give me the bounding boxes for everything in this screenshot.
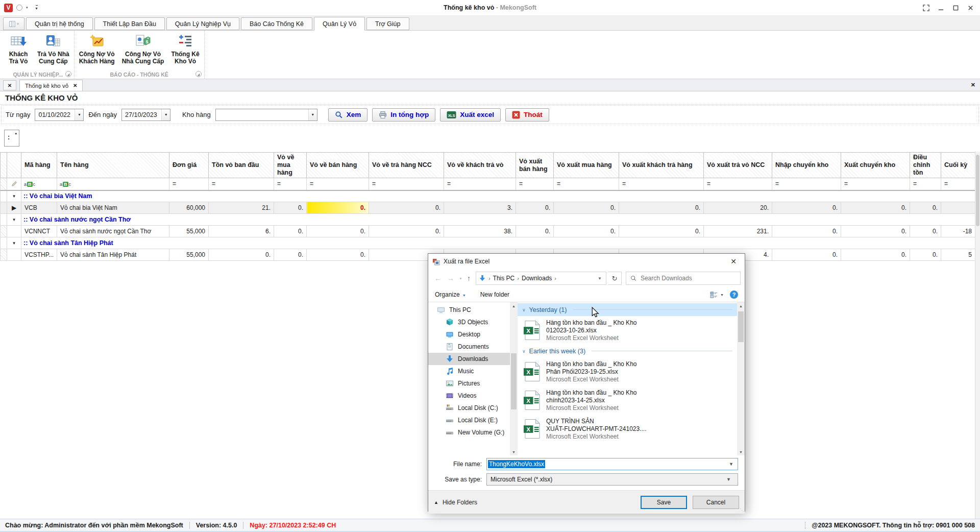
file-name-input[interactable]: ThongKeKhoVo.xlsx ▼ bbox=[486, 458, 738, 470]
cell[interactable]: VCB bbox=[21, 202, 57, 214]
cell[interactable]: 0. bbox=[274, 249, 307, 261]
cell[interactable]: 0. bbox=[841, 249, 910, 261]
group-dialog-launcher-icon[interactable]: ◢ bbox=[195, 71, 202, 77]
file-group-header[interactable]: ∨Earlier this week (3) bbox=[518, 345, 737, 357]
view-options-button[interactable]: ▼ bbox=[710, 291, 724, 299]
filter-cell-xu-t-chuy-n-kho[interactable]: = bbox=[841, 178, 910, 190]
minimize-icon[interactable] bbox=[938, 5, 944, 11]
filter-cell-v-xu-t-b-n-h-ng[interactable]: = bbox=[516, 178, 554, 190]
warehouse-select[interactable]: ▼ bbox=[215, 109, 317, 121]
filter-cell-n-gi[interactable]: = bbox=[169, 178, 209, 190]
close-icon[interactable]: ✕ bbox=[722, 254, 745, 269]
filter-cell-v-v-b-n-h-ng[interactable]: = bbox=[307, 178, 369, 190]
filter-cell-t-n-v-ban-u[interactable]: = bbox=[209, 178, 274, 190]
scroll-down-icon[interactable]: ▼ bbox=[737, 448, 745, 455]
group-collapse-icon[interactable]: ▾ bbox=[7, 190, 21, 202]
tree-item-3d-objects[interactable]: 3D Objects bbox=[428, 316, 510, 328]
tree-item-local-disk-c[interactable]: Local Disk (C:) bbox=[428, 402, 510, 414]
list-scrollbar[interactable]: ▲ ▼ bbox=[737, 302, 745, 455]
breadcrumb-item-this-pc[interactable]: This PC bbox=[493, 275, 515, 282]
cell[interactable]: -18 bbox=[941, 226, 975, 237]
ribbon-tab-qu-n-l-nghi-p-v[interactable]: Quản Lý Nghiệp Vụ bbox=[166, 17, 239, 30]
data-row[interactable]: VCNNCTVỏ chai sành nước ngọt Cần Thơ55,0… bbox=[1, 226, 975, 237]
cell[interactable]: Vỏ chai sành Tân Hiệp Phát bbox=[57, 249, 169, 261]
column-header-cu-i-k[interactable]: Cuối kỳ bbox=[941, 153, 975, 178]
resize-grip[interactable]: ⋱ bbox=[740, 508, 744, 513]
cell[interactable]: 38. bbox=[444, 226, 516, 237]
column-header-t-n-h-ng[interactable]: Tên hàng bbox=[57, 153, 169, 178]
ribbon-tab-qu-n-l-v[interactable]: Quản Lý Vỏ bbox=[314, 17, 365, 31]
cell[interactable]: 0. bbox=[307, 249, 369, 261]
ribbon-tab-thi-t-l-p-ban-u[interactable]: Thiết Lập Ban Đầu bbox=[94, 17, 165, 30]
exit-button[interactable]: Thoát bbox=[505, 108, 549, 122]
chevron-down-icon[interactable]: ▼ bbox=[726, 477, 734, 482]
ribbon-tab-tr-gi-p[interactable]: Trợ Giúp bbox=[366, 17, 409, 30]
ribbon-tab-b-o-c-o-th-ng-k[interactable]: Báo Cáo Thống Kê bbox=[241, 17, 312, 30]
file-item[interactable]: XQUY TRÌNH SẢNXUẤT-FLOWCHART-PMT-241023.… bbox=[518, 415, 737, 443]
cell[interactable]: 0. bbox=[307, 202, 369, 214]
column-header-i-u-ch-nh-t-n[interactable]: Điều chỉnh tồn bbox=[910, 153, 941, 178]
app-menu-button[interactable]: ▿ bbox=[3, 17, 24, 30]
scrollbar-thumb[interactable] bbox=[976, 155, 979, 226]
group-collapse-icon[interactable]: ▾ bbox=[7, 237, 21, 249]
cell[interactable]: 55,000 bbox=[169, 249, 209, 261]
column-header-t-n-v-ban-u[interactable]: Tồn vỏ ban đầu bbox=[209, 153, 274, 178]
filter-cell-cu-i-k[interactable]: = bbox=[941, 178, 975, 190]
ribbon-button-supplier-person[interactable]: Trả Vỏ NhàCung Cấp bbox=[34, 31, 73, 70]
chevron-down-icon[interactable]: ▼ bbox=[598, 276, 603, 281]
filter-cell-v-xu-t-tr-v-ncc[interactable]: = bbox=[704, 178, 772, 190]
to-date-input[interactable]: 27/10/2023 ▼ bbox=[121, 109, 170, 121]
cell[interactable]: 0. bbox=[772, 226, 841, 237]
group-dialog-launcher-icon[interactable]: ◢ bbox=[65, 71, 71, 77]
data-row[interactable]: ▶VCBVỏ chai bia Việt Nam60,00021.0.0.0.3… bbox=[1, 202, 975, 214]
cell[interactable]: 0. bbox=[619, 226, 704, 237]
grid-vertical-scrollbar[interactable] bbox=[975, 152, 980, 519]
close-tab-icon[interactable]: ✕ bbox=[73, 83, 77, 88]
cell[interactable] bbox=[941, 202, 975, 214]
filter-cell-v-xu-t-mua-h-ng[interactable]: = bbox=[554, 178, 619, 190]
cell[interactable]: 0. bbox=[619, 202, 704, 214]
theme-circle-icon[interactable] bbox=[16, 5, 22, 11]
scroll-up-icon[interactable]: ▲ bbox=[510, 302, 518, 309]
tree-item-downloads[interactable]: Downloads bbox=[428, 353, 510, 365]
cell[interactable]: 55,000 bbox=[169, 226, 209, 237]
search-box[interactable] bbox=[626, 272, 741, 285]
ribbon-button-stats-list[interactable]: Thống KêKho Vỏ bbox=[167, 31, 203, 70]
from-date-input[interactable]: 01/10/2022 ▼ bbox=[35, 109, 84, 121]
column-header-v-xu-t-mua-h-ng[interactable]: Vỏ xuất mua hàng bbox=[554, 153, 619, 178]
scroll-down-icon[interactable]: ▼ bbox=[510, 448, 518, 455]
scrollbar-thumb[interactable] bbox=[738, 311, 744, 342]
save-type-select[interactable]: Microsoft Excel (*.xlsx) ▼ bbox=[486, 473, 738, 486]
cell[interactable]: 0. bbox=[274, 202, 307, 214]
cell[interactable]: 0. bbox=[209, 249, 274, 261]
collapse-groups-button[interactable] bbox=[4, 130, 19, 147]
export-excel-button[interactable]: XLS Xuất excel bbox=[440, 108, 501, 122]
chevron-down-icon[interactable]: ▾ bbox=[26, 6, 28, 10]
filter-cell-v-v-kh-ch-tr-v[interactable]: = bbox=[444, 178, 516, 190]
file-item[interactable]: XHàng tồn kho ban đầu _ Kho Khochính2023… bbox=[518, 386, 737, 415]
cell[interactable]: 0. bbox=[910, 226, 941, 237]
close-strip-icon[interactable]: ✕ bbox=[971, 82, 975, 88]
tree-item-local-disk-e[interactable]: Local Disk (E:) bbox=[428, 414, 510, 426]
cell[interactable]: 21. bbox=[209, 202, 274, 214]
tree-item-videos[interactable]: Videos bbox=[428, 390, 510, 402]
filter-cell-v-v-tr-h-ng-ncc[interactable]: = bbox=[369, 178, 444, 190]
filter-cell-m-h-ng[interactable]: aBc bbox=[21, 178, 57, 190]
cell[interactable]: 3. bbox=[444, 202, 516, 214]
customize-quick-access-icon[interactable]: ▾ bbox=[36, 5, 38, 11]
address-bar[interactable]: ›This PC›Downloads› ▼ bbox=[476, 272, 606, 285]
history-chevron-icon[interactable]: ▼ bbox=[458, 277, 463, 280]
cell[interactable]: 6. bbox=[209, 226, 274, 237]
cell[interactable]: Vỏ chai bia Việt Nam bbox=[57, 202, 169, 214]
cancel-button[interactable]: Cancel bbox=[693, 496, 739, 509]
group-row[interactable]: ▾:: Vỏ chai sành nước ngọt Cần Thơ bbox=[1, 214, 975, 226]
fit-screen-icon[interactable] bbox=[923, 5, 929, 11]
cell[interactable]: 0. bbox=[910, 249, 941, 261]
organize-button[interactable]: Organize▼ bbox=[435, 291, 466, 298]
filter-cell-v-v-mua-h-ng[interactable]: = bbox=[274, 178, 307, 190]
document-tab-active[interactable]: Thống kê kho vỏ ✕ bbox=[19, 80, 83, 91]
new-folder-button[interactable]: New folder bbox=[480, 291, 509, 298]
up-arrow-icon[interactable]: ↑ bbox=[465, 274, 473, 282]
back-arrow-icon[interactable]: ← bbox=[432, 274, 444, 282]
column-header-v-v-b-n-h-ng[interactable]: Vỏ về bán hàng bbox=[307, 153, 369, 178]
